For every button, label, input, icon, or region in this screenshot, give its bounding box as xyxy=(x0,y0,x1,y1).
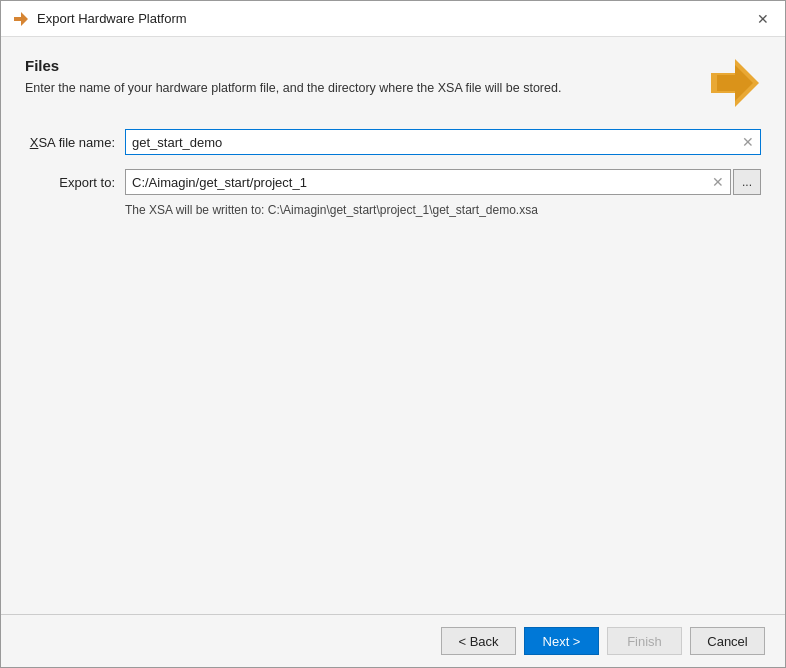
title-bar: Export Hardware Platform ✕ xyxy=(1,1,785,37)
dialog-title: Export Hardware Platform xyxy=(37,11,187,26)
xsa-label: XSA file name: xyxy=(25,135,125,150)
page-title: Files xyxy=(25,57,693,74)
dialog-content: Files Enter the name of your hardware pl… xyxy=(1,37,785,614)
export-to-wrapper: ✕ ... xyxy=(125,169,761,195)
browse-button[interactable]: ... xyxy=(733,169,761,195)
dialog-icon xyxy=(13,11,29,27)
back-button[interactable]: < Back xyxy=(441,627,516,655)
page-header: Files Enter the name of your hardware pl… xyxy=(25,57,761,109)
finish-button[interactable]: Finish xyxy=(607,627,682,655)
xsa-path-hint: The XSA will be written to: C:\Aimagin\g… xyxy=(125,203,761,217)
dialog-footer: < Back Next > Finish Cancel xyxy=(1,614,785,667)
form-section: XSA file name: ✕ Export to: ✕ ... xyxy=(25,129,761,217)
xilinx-logo xyxy=(709,57,761,109)
svg-marker-2 xyxy=(717,65,753,101)
xsa-input-wrapper: ✕ xyxy=(125,129,761,155)
next-button[interactable]: Next > xyxy=(524,627,599,655)
dialog-export-hardware: Export Hardware Platform ✕ Files Enter t… xyxy=(0,0,786,668)
xsa-clear-button[interactable]: ✕ xyxy=(740,135,756,149)
export-to-row: Export to: ✕ ... xyxy=(25,169,761,195)
export-path-wrapper: ✕ xyxy=(125,169,731,195)
title-bar-left: Export Hardware Platform xyxy=(13,11,187,27)
svg-marker-0 xyxy=(14,12,28,26)
export-label: Export to: xyxy=(25,175,125,190)
export-path-input[interactable] xyxy=(130,175,710,190)
page-description: Enter the name of your hardware platform… xyxy=(25,80,693,98)
xsa-filename-input[interactable] xyxy=(130,135,740,150)
close-button[interactable]: ✕ xyxy=(753,10,773,28)
xsa-file-name-row: XSA file name: ✕ xyxy=(25,129,761,155)
cancel-button[interactable]: Cancel xyxy=(690,627,765,655)
export-clear-button[interactable]: ✕ xyxy=(710,175,726,189)
page-header-text: Files Enter the name of your hardware pl… xyxy=(25,57,693,98)
